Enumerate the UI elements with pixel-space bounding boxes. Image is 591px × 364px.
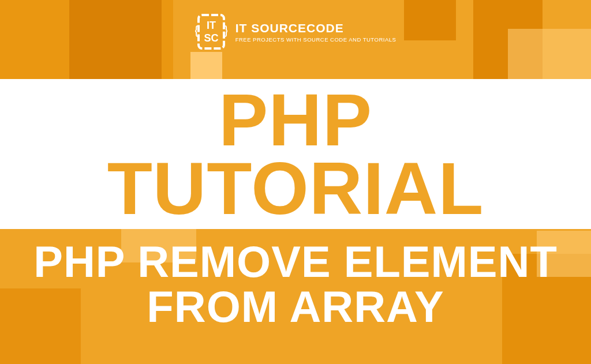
brand-header: IT SC { } IT SOURCECODE FREE PROJECTS WI…	[0, 13, 591, 51]
main-title-band: PHP TUTORIAL	[0, 79, 591, 229]
svg-text:{: {	[195, 23, 200, 37]
main-title: PHP TUTORIAL	[107, 85, 484, 223]
main-title-line1: PHP	[107, 85, 484, 154]
brand-name: IT SOURCECODE	[235, 21, 397, 35]
logo-letters-top: IT	[207, 20, 216, 31]
main-title-line2: TUTORIAL	[107, 154, 484, 223]
sub-title-line1: PHP REMOVE ELEMENT	[17, 239, 574, 284]
sub-title-band: PHP REMOVE ELEMENT FROM ARRAY	[0, 239, 591, 329]
sub-title-line2: FROM ARRAY	[17, 284, 574, 329]
svg-text:}: }	[222, 23, 227, 37]
brand-tagline: FREE PROJECTS WITH SOURCE CODE AND TUTOR…	[235, 36, 397, 43]
logo-icon: IT SC { }	[195, 13, 227, 51]
logo-letters-bottom: SC	[204, 32, 218, 44]
sub-title: PHP REMOVE ELEMENT FROM ARRAY	[17, 239, 574, 329]
